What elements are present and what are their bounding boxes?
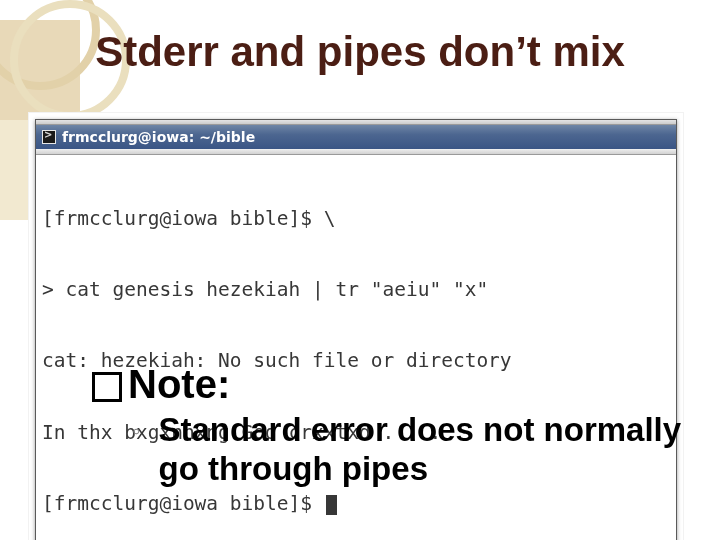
hollow-bullet-icon: ◦ [132,411,141,449]
note-block: Note: ◦ Standard error does not normally… [92,362,682,489]
terminal-title-text: frmcclurg@iowa: ~/bible [62,129,255,145]
terminal-titlebar: frmcclurg@iowa: ~/bible [36,125,676,149]
terminal-cursor [326,495,337,515]
note-subitem-text: Standard error does not normally go thro… [159,411,682,489]
note-subitem: ◦ Standard error does not normally go th… [92,411,682,489]
note-heading-text: Note: [128,362,230,407]
note-heading-row: Note: [92,362,682,407]
terminal-line: [frmcclurg@iowa bible]$ \ [42,207,670,231]
terminal-icon [42,130,56,144]
checkbox-bullet-icon [92,372,122,402]
terminal-line: [frmcclurg@iowa bible]$ [42,492,670,516]
terminal-line: > cat genesis hezekiah | tr "aeiu" "x" [42,278,670,302]
slide-title: Stderr and pipes don’t mix [0,28,720,76]
